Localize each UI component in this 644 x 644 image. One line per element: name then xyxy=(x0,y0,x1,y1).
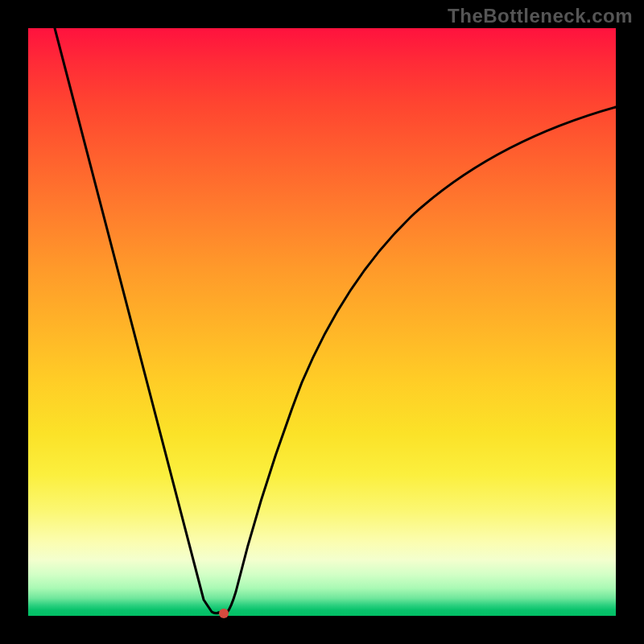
curve-right-branch xyxy=(227,107,616,613)
plot-area xyxy=(28,28,616,616)
bottleneck-curve xyxy=(28,28,616,616)
watermark-text: TheBottleneck.com xyxy=(448,5,633,27)
curve-left-branch xyxy=(55,28,219,613)
minimum-marker xyxy=(219,609,229,618)
chart-frame: TheBottleneck.com xyxy=(0,0,644,644)
